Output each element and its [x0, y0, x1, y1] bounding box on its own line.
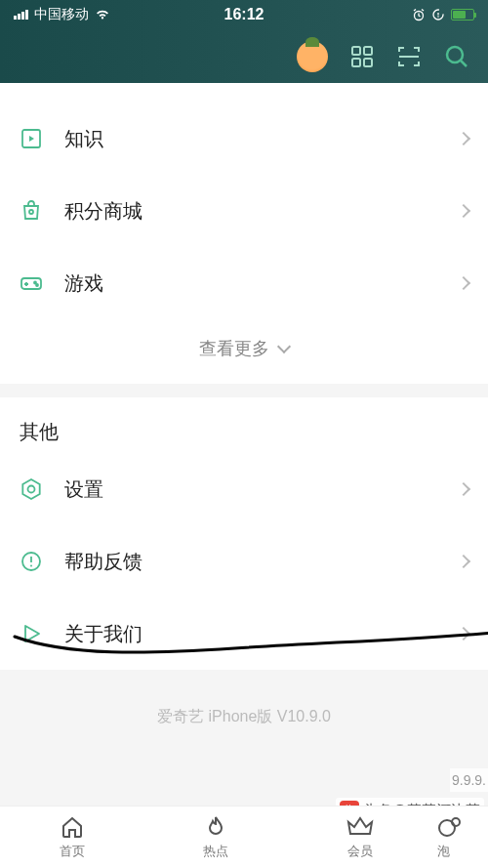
menu-item-games[interactable]: 游戏 — [0, 247, 488, 319]
carrier-label: 中国移动 — [34, 6, 89, 23]
svg-point-2 — [437, 16, 439, 18]
menu-item-settings[interactable]: 设置 — [0, 453, 488, 525]
tab-bubble[interactable]: 泡 — [431, 806, 488, 868]
grid-icon[interactable] — [349, 44, 375, 69]
menu-label: 设置 — [64, 476, 459, 503]
battery-icon — [451, 9, 474, 21]
bubble-icon — [437, 814, 463, 840]
search-icon[interactable] — [443, 43, 470, 70]
menu-label: 积分商城 — [64, 198, 459, 225]
alarm-icon — [412, 8, 426, 21]
alert-circle-icon — [20, 550, 43, 573]
avatar-icon[interactable] — [297, 41, 328, 72]
menu-label: 关于我们 — [64, 621, 459, 647]
tab-label: 热点 — [203, 843, 228, 860]
chevron-right-icon — [457, 627, 470, 641]
scan-icon[interactable] — [396, 44, 422, 69]
menu-list-services: 票务 知识 积分商城 游戏 查看更多 — [0, 83, 488, 384]
svg-point-12 — [34, 282, 36, 284]
home-icon — [60, 814, 85, 840]
chevron-down-icon — [277, 340, 291, 353]
svg-rect-3 — [352, 47, 360, 55]
svg-rect-5 — [352, 59, 360, 66]
menu-label: 游戏 — [64, 270, 459, 297]
svg-point-13 — [36, 284, 38, 286]
flame-icon — [204, 814, 227, 840]
chevron-right-icon — [457, 555, 470, 568]
top-nav — [0, 29, 488, 83]
wifi-icon — [95, 9, 110, 21]
svg-point-14 — [28, 486, 35, 493]
gamepad-icon — [20, 271, 43, 295]
tab-hot[interactable]: 热点 — [143, 806, 287, 868]
status-bar: 中国移动 16:12 — [0, 0, 488, 29]
tab-vip[interactable]: 会员 — [288, 806, 431, 868]
chevron-right-icon — [457, 482, 470, 496]
chevron-right-icon — [457, 276, 470, 290]
svg-rect-4 — [364, 47, 372, 55]
tab-label: 首页 — [60, 843, 85, 860]
settings-icon — [20, 477, 43, 501]
section-header-other: 其他 — [0, 397, 488, 453]
menu-item-help-feedback[interactable]: 帮助反馈 — [0, 525, 488, 598]
tab-home[interactable]: 首页 — [0, 806, 143, 868]
svg-rect-6 — [364, 59, 372, 66]
svg-point-16 — [30, 565, 32, 567]
play-outline-icon — [20, 622, 43, 645]
view-more-button[interactable]: 查看更多 — [0, 319, 488, 384]
chevron-right-icon — [457, 132, 470, 145]
menu-list-other: 设置 帮助反馈 关于我们 — [0, 453, 488, 670]
menu-item-knowledge[interactable]: 知识 — [0, 103, 488, 175]
svg-point-10 — [29, 210, 33, 214]
view-more-label: 查看更多 — [199, 337, 269, 360]
tab-label: 泡 — [437, 843, 450, 860]
crown-icon — [346, 814, 374, 840]
menu-item-tickets[interactable]: 票务 — [0, 83, 488, 103]
menu-item-about-us[interactable]: 关于我们 — [0, 598, 488, 670]
signal-icon — [14, 10, 28, 20]
chevron-right-icon — [457, 204, 470, 218]
svg-point-7 — [447, 47, 463, 62]
rotation-lock-icon — [431, 8, 445, 21]
shopping-bag-icon — [20, 199, 43, 223]
menu-label: 知识 — [64, 126, 459, 152]
bottom-tab-bar: 首页 热点 会员 泡 — [0, 806, 488, 868]
tab-label: 会员 — [347, 843, 373, 860]
play-doc-icon — [20, 127, 43, 150]
menu-item-points-mall[interactable]: 积分商城 — [0, 175, 488, 247]
version-label: 爱奇艺 iPhone版 V10.9.0 — [0, 670, 488, 737]
clock: 16:12 — [224, 6, 264, 23]
corner-version: 9.9.9. — [450, 768, 488, 792]
menu-label: 帮助反馈 — [64, 549, 459, 575]
